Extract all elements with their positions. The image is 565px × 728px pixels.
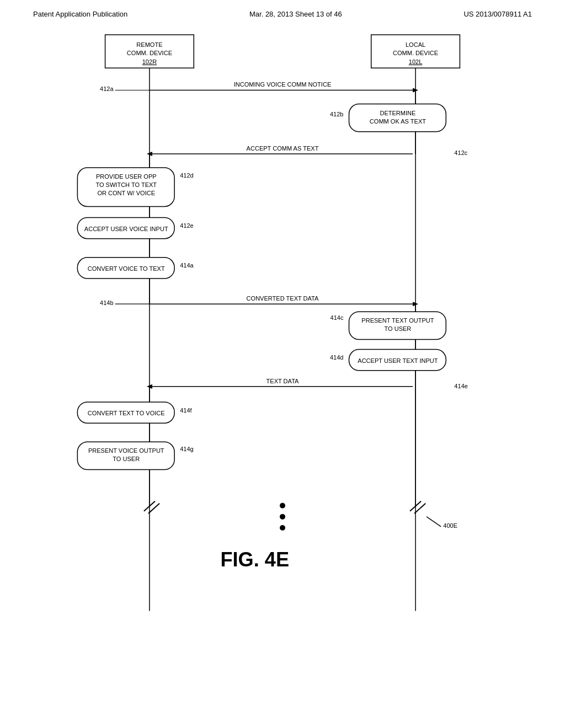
remote-device-label2: COMM. DEVICE — [127, 50, 172, 56]
step-414e-label: 414e — [454, 383, 468, 389]
step-414a-label: 414a — [180, 262, 194, 269]
step-412a-text: INCOMING VOICE COMM NOTICE — [234, 81, 332, 88]
step-412c-text: ACCEPT COMM AS TEXT — [247, 145, 319, 152]
step-412e-text: ACCEPT USER VOICE INPUT — [84, 226, 168, 232]
step-414f-label: 414f — [180, 407, 192, 414]
step-414g-text2: TO USER — [113, 456, 140, 462]
header-left: Patent Application Publication — [33, 10, 127, 18]
step-414c-text1: PRESENT TEXT OUTPUT — [361, 317, 434, 324]
local-device-label1: LOCAL — [406, 41, 425, 48]
step-414c-label: 414c — [331, 314, 344, 321]
step-412b-label: 412b — [330, 111, 344, 117]
step-414g-text1: PRESENT VOICE OUTPUT — [88, 447, 164, 454]
step-414b-text: CONVERTED TEXT DATA — [247, 295, 319, 302]
step-414c-text2: TO USER — [385, 325, 412, 332]
step-412b-text2: COMM OK AS TEXT — [370, 118, 426, 125]
local-device-id: 102L — [409, 58, 423, 65]
figure-label: FIG. 4E — [221, 548, 290, 571]
remote-device-id: 102R — [142, 58, 157, 65]
step-414d-text: ACCEPT USER TEXT INPUT — [358, 357, 438, 364]
step-414b-label: 414b — [100, 299, 114, 306]
dot3 — [280, 525, 285, 531]
step-414g-label: 414g — [180, 446, 194, 452]
diagram-svg: REMOTE COMM. DEVICE 102R LOCAL COMM. DEV… — [33, 29, 532, 694]
step-412d-text1: PROVIDE USER OPP — [96, 173, 157, 180]
step-412d-text2: TO SWITCH TO TEXT — [95, 181, 157, 188]
step-414a-text: CONVERT VOICE TO TEXT — [88, 265, 165, 272]
step-412d-text3: OR CONT W/ VOICE — [97, 190, 155, 196]
step-414e-text: TEXT DATA — [266, 378, 299, 384]
header-right: US 2013/0078911 A1 — [463, 10, 532, 18]
left-term2 — [148, 504, 159, 513]
header-center: Mar. 28, 2013 Sheet 13 of 46 — [249, 10, 342, 18]
step-414f-text: CONVERT TEXT TO VOICE — [88, 410, 165, 416]
diagram-area: REMOTE COMM. DEVICE 102R LOCAL COMM. DEV… — [0, 24, 565, 699]
local-device-label2: COMM. DEVICE — [393, 50, 438, 56]
step-412a-label: 412a — [100, 85, 114, 92]
dot2 — [280, 514, 285, 520]
step-412c-label: 412c — [454, 149, 467, 156]
right-term2 — [414, 504, 425, 513]
remote-device-label1: REMOTE — [136, 41, 162, 48]
step-412d-label: 412d — [180, 172, 194, 179]
step-412b-text1: DETERMINE — [380, 110, 415, 116]
page-header: Patent Application Publication Mar. 28, … — [0, 0, 565, 24]
dot1 — [280, 503, 285, 508]
figure-id-label: 400E — [443, 522, 457, 529]
step-412e-label: 412e — [180, 222, 194, 229]
figure-id-line — [427, 517, 441, 527]
step-414d-label: 414d — [330, 354, 344, 361]
